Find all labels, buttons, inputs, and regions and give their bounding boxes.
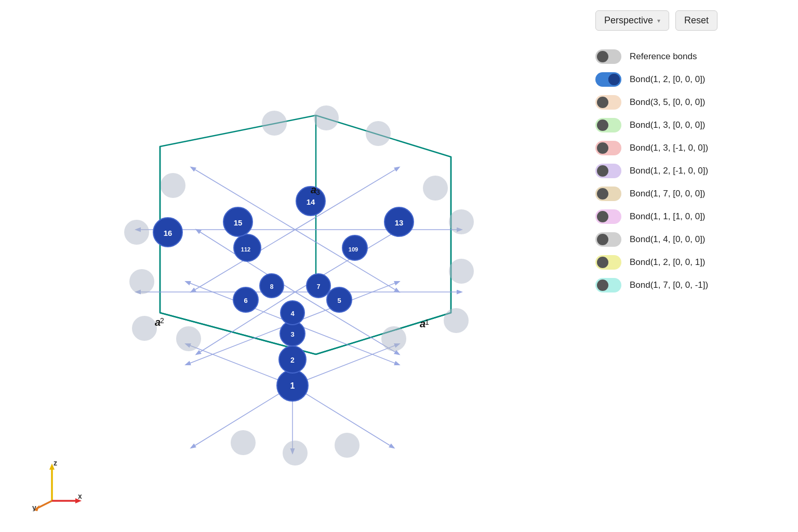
svg-text:1: 1	[425, 318, 429, 326]
legend-item-bond-1-1-100[interactable]: Bond(1, 1, [1, 0, 0])	[595, 206, 782, 227]
bond-label-10: Bond(1, 7, [0, 0, -1])	[630, 280, 708, 290]
bond-toggle-2[interactable]	[595, 95, 621, 110]
bond-label-8: Bond(1, 4, [0, 0, 0])	[630, 234, 706, 245]
reset-label: Reset	[684, 15, 709, 25]
bond-label-9: Bond(1, 2, [0, 0, 1])	[630, 257, 706, 268]
legend-list: Reference bonds Bond(1, 2, [0, 0, 0]) Bo…	[595, 46, 782, 296]
svg-text:13: 13	[395, 218, 404, 227]
svg-point-38	[423, 176, 448, 201]
legend-item-bond-1-2-001[interactable]: Bond(1, 2, [0, 0, 1])	[595, 252, 782, 273]
bond-toggle-3[interactable]	[595, 118, 621, 132]
svg-text:1: 1	[290, 381, 295, 390]
bond-toggle-6[interactable]	[595, 187, 621, 201]
legend-item-bond-1-2-000[interactable]: Bond(1, 2, [0, 0, 0])	[595, 69, 782, 90]
right-panel: Perspective ▾ Reset Reference bonds Bond…	[580, 0, 798, 532]
svg-point-31	[449, 209, 474, 234]
bond-toggle-8[interactable]	[595, 232, 621, 247]
crystal-structure-svg: 1 2 3 4 5 6 7 8 109 112 13 14	[56, 32, 524, 500]
bond-label-6: Bond(1, 7, [0, 0, 0])	[630, 189, 706, 199]
bond-toggle-4[interactable]	[595, 141, 621, 155]
bond-toggle-9[interactable]	[595, 255, 621, 270]
legend-item-bond-1-3-000[interactable]: Bond(1, 3, [0, 0, 0])	[595, 115, 782, 136]
svg-point-35	[283, 441, 308, 466]
svg-point-40	[176, 326, 201, 351]
reference-bonds-label: Reference bonds	[630, 51, 697, 62]
bond-label-3: Bond(1, 3, [0, 0, 0])	[630, 120, 706, 130]
perspective-button[interactable]: Perspective ▾	[595, 10, 669, 31]
svg-text:14: 14	[307, 197, 315, 206]
toolbar: Perspective ▾ Reset	[595, 10, 782, 31]
reference-bonds-toggle[interactable]	[595, 49, 621, 64]
svg-point-29	[129, 269, 154, 294]
bond-toggle-5[interactable]	[595, 164, 621, 178]
svg-point-36	[335, 433, 360, 458]
bond-label-2: Bond(3, 5, [0, 0, 0])	[630, 97, 706, 108]
svg-point-34	[231, 430, 256, 455]
bond-label-1: Bond(1, 2, [0, 0, 0])	[630, 74, 706, 85]
svg-text:3: 3	[290, 330, 294, 338]
svg-text:y: y	[32, 503, 36, 511]
svg-text:z: z	[54, 459, 57, 467]
bond-label-7: Bond(1, 1, [1, 0, 0])	[630, 211, 706, 222]
legend-item-bond-1-3-n100[interactable]: Bond(1, 3, [-1, 0, 0])	[595, 138, 782, 158]
svg-text:3: 3	[316, 188, 320, 196]
svg-point-30	[132, 316, 157, 341]
legend-item-bond-1-7-00n1[interactable]: Bond(1, 7, [0, 0, -1])	[595, 275, 782, 296]
svg-text:15: 15	[234, 218, 243, 227]
svg-point-26	[314, 105, 339, 130]
svg-text:8: 8	[270, 283, 274, 290]
svg-text:7: 7	[317, 283, 321, 290]
axis-indicator: z x y	[31, 459, 83, 511]
svg-point-37	[161, 173, 185, 198]
svg-text:4: 4	[290, 310, 295, 317]
svg-text:x: x	[78, 492, 82, 500]
svg-point-27	[366, 121, 391, 146]
legend-item-reference-bonds[interactable]: Reference bonds	[595, 46, 782, 67]
svg-point-25	[262, 111, 287, 136]
bond-toggle-10[interactable]	[595, 278, 621, 292]
svg-text:6: 6	[244, 297, 247, 304]
chevron-down-icon: ▾	[657, 17, 660, 24]
svg-line-10	[186, 344, 292, 385]
bond-label-5: Bond(1, 2, [-1, 0, 0])	[630, 166, 708, 176]
bond-toggle-1[interactable]	[595, 72, 621, 87]
perspective-label: Perspective	[604, 15, 653, 26]
svg-text:16: 16	[164, 229, 172, 237]
svg-point-39	[381, 326, 406, 351]
svg-line-9	[292, 344, 399, 385]
bond-label-4: Bond(1, 3, [-1, 0, 0])	[630, 143, 708, 153]
svg-point-33	[444, 308, 469, 333]
svg-point-28	[124, 220, 149, 245]
svg-line-81	[36, 501, 52, 509]
svg-text:5: 5	[337, 297, 341, 304]
bond-toggle-7[interactable]	[595, 209, 621, 224]
visualization-area: 1 2 3 4 5 6 7 8 109 112 13 14	[0, 0, 580, 532]
legend-item-bond-1-2-n100[interactable]: Bond(1, 2, [-1, 0, 0])	[595, 161, 782, 181]
svg-text:112: 112	[241, 246, 250, 252]
svg-text:2: 2	[160, 316, 164, 325]
svg-text:2: 2	[290, 356, 295, 364]
svg-text:109: 109	[349, 246, 358, 252]
svg-point-32	[449, 259, 474, 284]
legend-item-bond-3-5-000[interactable]: Bond(3, 5, [0, 0, 0])	[595, 92, 782, 113]
legend-item-bond-1-4-000[interactable]: Bond(1, 4, [0, 0, 0])	[595, 229, 782, 250]
legend-item-bond-1-7-000[interactable]: Bond(1, 7, [0, 0, 0])	[595, 183, 782, 204]
reset-button[interactable]: Reset	[675, 10, 717, 31]
